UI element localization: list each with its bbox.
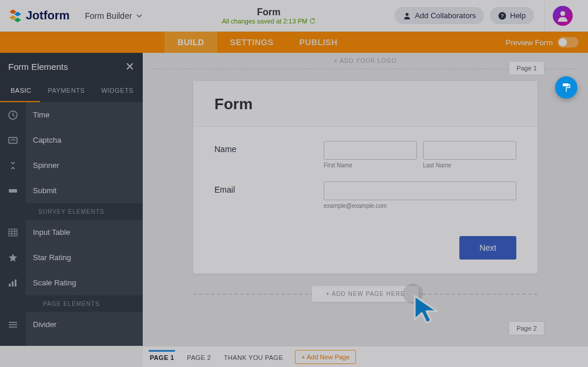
element-spinner[interactable]: Spinner [0,153,143,178]
tab-build[interactable]: BUILD [164,32,217,53]
sidebar-tab-basic[interactable]: BASIC [0,80,40,102]
sidebar-tab-widgets[interactable]: WIDGETS [93,80,142,102]
category-survey: SURVEY ELEMENTS [0,203,143,220]
form-title: Form [214,95,516,113]
topbar-right: Add Collaborators ? Help [395,0,580,32]
email-label: Email [214,181,324,209]
element-scale-rating[interactable]: Scale Rating [0,270,143,295]
email-input[interactable] [324,181,516,200]
svg-rect-7 [9,229,17,236]
help-icon: ? [498,12,506,20]
element-input-table[interactable]: Input Table [0,220,143,245]
page-nav-thankyou[interactable]: THANK YOU PAGE [223,350,284,363]
logo-mark-icon [8,9,22,22]
page-chip-2: Page 2 [509,321,545,335]
chevron-down-icon [136,12,143,19]
save-status: All changes saved at 2:13 PM [222,18,316,25]
element-captcha[interactable]: Captcha [0,127,143,153]
element-section-collapse[interactable]: Section Collapse [0,337,143,346]
sidebar-title: Form Elements [8,62,68,72]
tab-publish[interactable]: PUBLISH [287,32,351,53]
form-body: Name First Name Last Name Email exam [193,127,537,228]
svg-rect-8 [9,284,11,287]
user-avatar[interactable] [553,6,573,26]
elements-list: Time Captcha Spinner Submit SURVEY ELEME… [0,102,143,346]
sidebar-tab-payments[interactable]: PAYMENTS [40,80,93,102]
sidebar-header: Form Elements [0,53,143,80]
refresh-icon [310,18,315,24]
name-label: Name [214,141,324,169]
element-divider[interactable]: Divider [0,312,143,337]
next-button[interactable]: Next [459,236,516,260]
element-submit[interactable]: Submit [0,178,143,203]
form-header[interactable]: Form [193,81,537,127]
category-page: PAGE ELEMENTS [0,295,143,312]
main-tabbar: BUILD SETTINGS PUBLISH Preview Form [0,32,588,53]
form-canvas: + ADD YOUR LOGO Page 1 Form Name First N… [143,53,588,346]
last-name-input[interactable] [423,141,516,160]
page-nav-2[interactable]: PAGE 2 [186,350,212,363]
element-time[interactable]: Time [0,102,143,127]
svg-point-0 [406,13,409,16]
preview-toggle[interactable]: Preview Form [506,37,579,48]
brand-text: Jotform [26,9,69,22]
page-chip-1: Page 1 [509,61,545,75]
collapse-icon [8,345,18,346]
page-navigation-bar: PAGE 1 PAGE 2 THANK YOU PAGE + Add New P… [143,346,588,367]
toggle-icon [557,37,579,48]
tab-settings[interactable]: SETTINGS [217,32,287,53]
add-collaborators-button[interactable]: Add Collaborators [395,7,484,24]
scale-icon [8,278,18,288]
topbar: Jotform Form Builder Form All changes sa… [0,0,588,32]
form-builder-label: Form Builder [85,11,132,21]
form-builder-dropdown[interactable]: Form Builder [85,11,142,21]
design-fab-button[interactable] [555,76,577,99]
avatar-icon [556,9,570,23]
field-email[interactable]: Email example@example.com [214,181,516,209]
first-name-input[interactable] [324,141,417,160]
svg-text:?: ? [501,13,505,19]
button-row: Next [193,228,537,274]
last-name-sublabel: Last Name [423,162,516,169]
add-new-page-button[interactable]: + Add New Page [295,350,356,364]
element-star-rating[interactable]: Star Rating [0,245,143,270]
field-name[interactable]: Name First Name Last Name [214,141,516,169]
person-icon [403,12,411,20]
add-page-dropzone[interactable]: + ADD NEW PAGE HERE [193,282,537,305]
clock-icon [8,110,18,120]
submit-icon [8,186,18,196]
first-name-sublabel: First Name [324,162,417,169]
email-sublabel: example@example.com [324,203,516,209]
help-button[interactable]: ? Help [490,7,534,24]
document-title[interactable]: Form [257,7,280,18]
paint-roller-icon [561,82,572,93]
close-icon[interactable] [125,62,135,71]
star-icon [8,252,18,263]
sidebar-tabs: BASIC PAYMENTS WIDGETS [0,80,143,102]
avatar-wrap [545,0,580,32]
title-area: Form All changes saved at 2:13 PM [143,7,395,25]
svg-rect-6 [9,189,17,193]
divider-icon [8,319,18,330]
logo[interactable]: Jotform [8,9,69,22]
cursor-icon [412,294,448,325]
svg-rect-12 [563,83,569,86]
svg-rect-9 [12,281,14,287]
spinner-icon [8,160,18,171]
svg-point-3 [560,11,565,16]
form-card[interactable]: Form Name First Name Last Name Email [193,81,537,274]
captcha-icon [8,135,18,146]
table-icon [8,227,18,238]
svg-rect-10 [15,280,16,287]
elements-sidebar: Form Elements BASIC PAYMENTS WIDGETS Tim… [0,53,143,346]
page-nav-1[interactable]: PAGE 1 [149,350,175,363]
